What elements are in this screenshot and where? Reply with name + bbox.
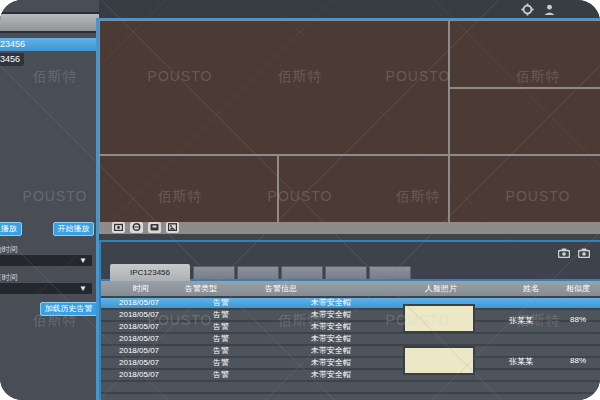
face-photo-thumbnail [403,304,475,333]
alarm-panel: IPC123456 时间告警类型告警信息人脸照片姓名相似度 2018/05/07… [99,240,600,400]
table-row[interactable] [101,394,600,400]
chevron-down-icon: ▼ [79,256,87,265]
app-window: 123456 123456 停止播放 开始播放 开始时间 ▼ 结束时间 ▼ 加载… [0,0,600,400]
snapshot-icon[interactable] [112,222,125,233]
match-name: 张某某 [499,356,543,367]
cell-alarm-type: 告警 [201,298,241,308]
cell-alarm-info: 未带安全帽 [301,298,361,308]
sidebar-item-device[interactable]: 123456 [0,53,96,66]
cell-alarm-info: 未带安全帽 [301,346,361,356]
video-panel-bottom-2[interactable] [279,156,448,222]
cell-alarm-type: 告警 [201,370,241,380]
face-photo-thumbnail [403,346,475,375]
video-panel-bottom-3[interactable] [450,156,600,222]
cell-alarm-type: 告警 [201,334,241,344]
end-time-select[interactable]: ▼ [0,282,93,295]
sidebar-item-device-selected[interactable]: 123456 [0,38,96,51]
table-row[interactable] [101,382,600,392]
cell-time: 2018/05/07 [119,310,159,320]
user-icon[interactable] [543,3,556,16]
cell-time: 2018/05/07 [119,370,159,380]
cell-alarm-info: 未带安全帽 [301,322,361,332]
alarm-table: 2018/05/07告警未带安全帽2018/05/07告警未带安全帽2018/0… [101,298,600,400]
record-icon[interactable] [148,222,161,233]
match-similarity: 88% [565,356,591,365]
cell-alarm-info: 未带安全帽 [301,358,361,368]
cell-alarm-type: 告警 [201,310,241,320]
chevron-down-icon: ▼ [79,284,87,293]
album-icon[interactable] [166,222,179,233]
cell-time: 2018/05/07 [119,298,159,308]
video-toolbar [99,221,600,234]
cell-alarm-info: 未带安全帽 [301,334,361,344]
table-row[interactable]: 2018/05/07告警未带安全帽 [101,346,600,356]
table-header: 时间告警类型告警信息人脸照片姓名相似度 [101,281,600,296]
column-header: 时间 [111,281,171,296]
camera-icon[interactable] [558,248,570,258]
camera-icon[interactable] [578,248,590,258]
device-label: 123456 [0,53,20,66]
video-panel-right-1[interactable] [450,21,600,87]
tab-active-channel[interactable]: IPC123456 [110,264,190,281]
tab-empty[interactable] [237,266,279,280]
stop-playback-button[interactable]: 停止播放 [0,222,22,236]
match-similarity: 88% [565,315,591,324]
video-panel-main[interactable] [100,21,448,154]
sidebar: 123456 123456 停止播放 开始播放 开始时间 ▼ 结束时间 ▼ 加载… [0,0,99,400]
gear-icon[interactable] [521,3,534,16]
cell-alarm-info: 未带安全帽 [301,370,361,380]
cell-time: 2018/05/07 [119,346,159,356]
video-panel-bottom-1[interactable] [100,156,277,222]
start-playback-button[interactable]: 开始播放 [53,222,94,236]
tab-empty[interactable] [193,266,235,280]
tab-empty[interactable] [325,266,367,280]
device-list-header [0,12,99,33]
column-header: 相似度 [556,281,600,296]
video-panel-right-2[interactable] [450,89,600,154]
column-header: 姓名 [511,281,551,296]
tab-empty[interactable] [369,266,411,280]
tab-empty[interactable] [281,266,323,280]
cell-alarm-type: 告警 [201,322,241,332]
table-row[interactable]: 2018/05/07告警未带安全帽 [101,370,600,380]
load-history-alarms-button[interactable]: 加载历史告警 [40,302,97,316]
cell-alarm-type: 告警 [201,358,241,368]
start-time-select[interactable]: ▼ [0,254,93,267]
match-name: 张某某 [499,315,543,326]
cell-time: 2018/05/07 [119,358,159,368]
table-row[interactable]: 2018/05/07告警未带安全帽 [101,298,600,308]
device-label: 123456 [0,38,25,51]
cell-time: 2018/05/07 [119,322,159,332]
cell-alarm-type: 告警 [201,346,241,356]
cell-alarm-info: 未带安全帽 [301,310,361,320]
cell-time: 2018/05/07 [119,334,159,344]
column-header: 告警信息 [201,281,361,296]
video-wall [99,18,600,234]
audio-icon[interactable] [130,222,143,233]
table-row[interactable]: 2018/05/07告警未带安全帽 [101,334,600,344]
column-header: 人脸照片 [381,281,501,296]
